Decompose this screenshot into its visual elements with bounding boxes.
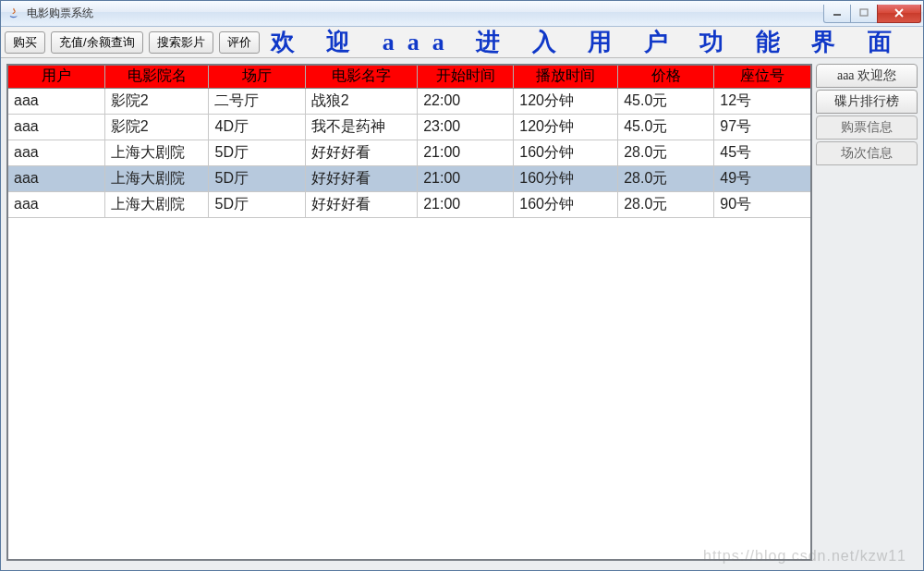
cell-price: 28.0元 <box>618 140 714 165</box>
welcome-banner: 欢 迎 aaa 进 入 用 户 功 能 界 面 <box>265 26 919 58</box>
cell-price: 28.0元 <box>618 165 714 191</box>
cell-seat: 97号 <box>714 114 810 140</box>
maximize-button[interactable] <box>850 5 878 23</box>
buy-button[interactable]: 购买 <box>5 31 45 54</box>
cell-seat: 90号 <box>714 191 810 217</box>
ticket-table: 用户 电影院名 场厅 电影名字 开始时间 播放时间 价格 座位号 aaa影院2二… <box>8 66 810 218</box>
cell-seat: 12号 <box>714 88 810 114</box>
cell-cinema: 影院2 <box>104 114 209 140</box>
ticket-table-wrap: 用户 电影院名 场厅 电影名字 开始时间 播放时间 价格 座位号 aaa影院2二… <box>6 64 812 561</box>
cell-hall: 5D厅 <box>209 140 305 165</box>
rate-button[interactable]: 评价 <box>219 31 260 54</box>
window-title: 电影购票系统 <box>27 6 93 21</box>
side-tab[interactable]: 购票信息 <box>816 115 918 140</box>
cell-price: 28.0元 <box>618 191 714 217</box>
cell-hall: 5D厅 <box>209 165 305 191</box>
col-seat[interactable]: 座位号 <box>714 66 810 88</box>
java-icon <box>6 6 21 21</box>
side-tab[interactable]: 场次信息 <box>816 141 918 165</box>
cell-hall: 二号厅 <box>209 88 305 114</box>
cell-cinema: 上海大剧院 <box>104 140 209 165</box>
cell-start: 21:00 <box>418 191 514 217</box>
cell-seat: 49号 <box>714 165 810 191</box>
table-row[interactable]: aaa上海大剧院5D厅好好好看21:00160分钟28.0元90号 <box>8 191 810 217</box>
table-row[interactable]: aaa上海大剧院5D厅好好好看21:00160分钟28.0元49号 <box>8 165 810 191</box>
cell-duration: 120分钟 <box>514 114 618 140</box>
app-window: 电影购票系统 购买 充值/余额查询 搜索影片 评价 欢 迎 aaa 进 入 用 … <box>0 0 924 571</box>
cell-duration: 120分钟 <box>514 88 618 114</box>
table-row[interactable]: aaa上海大剧院5D厅好好好看21:00160分钟28.0元45号 <box>8 140 810 165</box>
col-cinema[interactable]: 电影院名 <box>104 66 209 88</box>
cell-movie: 好好好看 <box>305 140 418 165</box>
table-header-row: 用户 电影院名 场厅 电影名字 开始时间 播放时间 价格 座位号 <box>8 66 810 88</box>
cell-movie: 好好好看 <box>305 191 418 217</box>
col-user[interactable]: 用户 <box>8 66 104 88</box>
cell-start: 22:00 <box>418 88 514 114</box>
cell-cinema: 影院2 <box>104 88 209 114</box>
close-button[interactable] <box>877 5 921 23</box>
cell-price: 45.0元 <box>618 88 714 114</box>
recharge-button[interactable]: 充值/余额查询 <box>51 31 143 54</box>
col-movie[interactable]: 电影名字 <box>305 66 418 88</box>
table-row[interactable]: aaa影院2二号厅战狼222:00120分钟45.0元12号 <box>8 88 810 114</box>
side-tab[interactable]: 碟片排行榜 <box>816 90 918 114</box>
col-start[interactable]: 开始时间 <box>418 66 514 88</box>
cell-duration: 160分钟 <box>514 191 618 217</box>
cell-movie: 战狼2 <box>305 88 418 114</box>
cell-hall: 4D厅 <box>209 114 305 140</box>
svg-rect-1 <box>860 9 868 16</box>
cell-movie: 好好好看 <box>305 165 418 191</box>
col-duration[interactable]: 播放时间 <box>514 66 618 88</box>
cell-duration: 160分钟 <box>514 165 618 191</box>
cell-start: 21:00 <box>418 165 514 191</box>
cell-start: 21:00 <box>418 140 514 165</box>
cell-cinema: 上海大剧院 <box>104 191 209 217</box>
cell-hall: 5D厅 <box>209 191 305 217</box>
cell-cinema: 上海大剧院 <box>104 165 209 191</box>
cell-duration: 160分钟 <box>514 140 618 165</box>
cell-seat: 45号 <box>714 140 810 165</box>
table-row[interactable]: aaa影院24D厅我不是药神23:00120分钟45.0元97号 <box>8 114 810 140</box>
cell-user: aaa <box>8 140 104 165</box>
cell-user: aaa <box>8 114 104 140</box>
toolbar: 购买 充值/余额查询 搜索影片 评价 欢 迎 aaa 进 入 用 户 功 能 界… <box>1 27 923 58</box>
cell-movie: 我不是药神 <box>305 114 418 140</box>
cell-user: aaa <box>8 88 104 114</box>
search-button[interactable]: 搜索影片 <box>149 31 213 54</box>
side-tab[interactable]: aaa 欢迎您 <box>816 64 918 88</box>
titlebar: 电影购票系统 <box>1 1 923 27</box>
col-hall[interactable]: 场厅 <box>209 66 305 88</box>
cell-user: aaa <box>8 191 104 217</box>
cell-start: 23:00 <box>418 114 514 140</box>
cell-user: aaa <box>8 165 104 191</box>
body: 用户 电影院名 场厅 电影名字 开始时间 播放时间 价格 座位号 aaa影院2二… <box>1 58 923 570</box>
minimize-button[interactable] <box>823 5 851 23</box>
side-tabs: aaa 欢迎您碟片排行榜购票信息场次信息 <box>816 64 918 561</box>
window-controls <box>824 5 921 23</box>
cell-price: 45.0元 <box>618 114 714 140</box>
col-price[interactable]: 价格 <box>618 66 714 88</box>
